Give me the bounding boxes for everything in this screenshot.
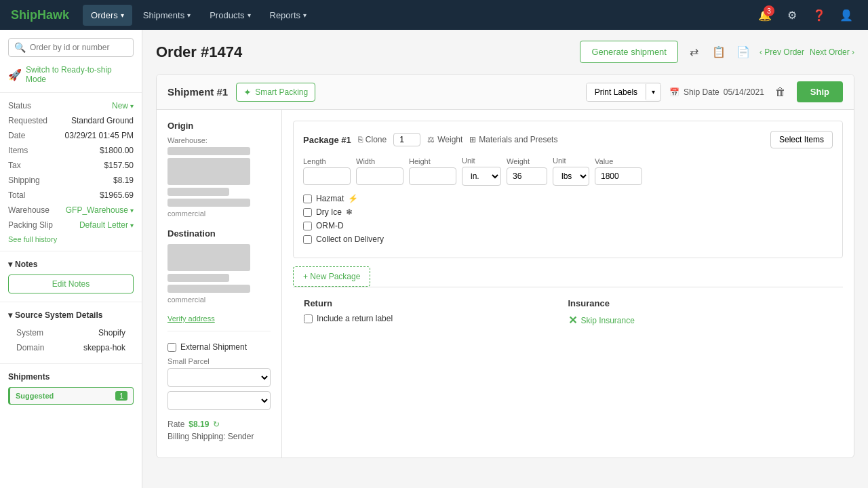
next-order-link[interactable]: Next Order ›: [810, 47, 854, 57]
smart-packing-label: Smart Packing: [255, 87, 308, 97]
insurance-section: Insurance ✕ Skip Insurance: [568, 298, 833, 327]
copy-icon-button[interactable]: 📋: [708, 41, 730, 63]
dry-ice-row: Dry Ice ❄: [303, 207, 833, 217]
items-label: Items: [8, 146, 28, 155]
print-labels-arrow-button[interactable]: ▾: [646, 84, 660, 100]
status-value[interactable]: New ▾: [112, 101, 134, 110]
settings-button[interactable]: ⚙: [781, 4, 803, 26]
user-button[interactable]: 👤: [835, 4, 857, 26]
unit-group: Unit in. cm.: [462, 157, 501, 186]
help-button[interactable]: ❓: [808, 4, 830, 26]
refresh-rate-button[interactable]: ↻: [213, 420, 220, 429]
clone-button[interactable]: ⎘ Clone: [358, 135, 387, 144]
collapse-notes-icon: ▾: [8, 260, 12, 269]
main-content: Order #1474 Generate shipment ⇄ 📋 📄 ‹ Pr…: [142, 30, 868, 488]
domain-row: Domain skeppa-hok: [8, 340, 134, 355]
ready-to-ship-banner[interactable]: 🚀 Switch to Ready-to-ship Mode: [8, 65, 134, 84]
smart-packing-button[interactable]: ✦ Smart Packing: [236, 83, 315, 102]
height-input[interactable]: [409, 167, 456, 185]
skip-insurance-label: Skip Insurance: [581, 316, 635, 325]
delete-shipment-button[interactable]: 🗑: [772, 83, 789, 101]
cod-checkbox[interactable]: [303, 235, 312, 244]
prev-order-link[interactable]: ‹ Prev Order: [760, 47, 804, 57]
width-input[interactable]: [356, 167, 403, 185]
packing-value[interactable]: Default Letter ▾: [79, 220, 134, 230]
notes-header[interactable]: ▾ Notes: [8, 260, 134, 269]
origin-address-line3: [167, 199, 250, 207]
notifications-button[interactable]: 🔔 3: [754, 4, 776, 26]
shipment-title: Shipment #1: [167, 86, 228, 98]
print-labels-button[interactable]: Print Labels: [587, 83, 646, 101]
packing-row: Packing Slip Default Letter ▾: [0, 218, 142, 232]
origin-address-line2: [167, 188, 229, 196]
new-package-button[interactable]: + New Package: [293, 266, 370, 287]
ready-to-ship-label: Switch to Ready-to-ship Mode: [26, 65, 134, 84]
height-group: Height: [409, 157, 456, 185]
rate-row: Rate $8.19 ↻: [167, 420, 271, 429]
value-input[interactable]: [595, 167, 642, 185]
see-full-history-link[interactable]: See full history: [8, 232, 57, 246]
app-layout: 🔍 🚀 Switch to Ready-to-ship Mode Status …: [0, 30, 868, 488]
package-quantity-input[interactable]: [393, 133, 420, 146]
materials-button[interactable]: ⊞ Materials and Presets: [469, 135, 557, 144]
orm-d-label: ORM-D: [316, 221, 344, 230]
nav-products[interactable]: Products ▾: [201, 5, 258, 26]
external-shipment-checkbox[interactable]: [167, 343, 176, 352]
document-icon-button[interactable]: 📄: [732, 41, 754, 63]
shipment-header: Shipment #1 ✦ Smart Packing Print Labels…: [157, 75, 854, 110]
small-parcel-select-1[interactable]: [167, 368, 271, 387]
system-row: System Shopify: [8, 325, 134, 340]
print-labels-group: Print Labels ▾: [586, 83, 661, 102]
system-label: System: [16, 328, 43, 338]
date-row: Date 03/29/21 01:45 PM: [0, 128, 142, 143]
origin-title: Origin: [167, 121, 271, 131]
warehouse-value-block: [167, 147, 250, 155]
weight-button[interactable]: ⚖ Weight: [427, 135, 462, 144]
source-section: ▾ Source System Details System Shopify D…: [0, 308, 142, 358]
nav-orders-chevron: ▾: [121, 12, 124, 19]
clone-icon: ⎘: [358, 135, 363, 144]
materials-icon: ⊞: [469, 135, 476, 144]
edit-notes-button[interactable]: Edit Notes: [8, 274, 134, 293]
nav-reports-chevron: ▾: [303, 12, 307, 19]
collapse-source-icon: ▾: [8, 310, 12, 320]
rate-label: Rate: [167, 420, 184, 429]
nav-shipments[interactable]: Shipments ▾: [135, 5, 199, 26]
small-parcel-select-2[interactable]: [167, 391, 271, 410]
return-label-checkbox[interactable]: [304, 314, 313, 323]
weight-input[interactable]: [507, 167, 547, 185]
weight-unit-group: Unit lbs kg oz: [553, 157, 589, 186]
billing-value: Shipping: Sender: [191, 432, 254, 441]
length-input[interactable]: [303, 167, 351, 185]
shipment-card: Shipment #1 ✦ Smart Packing Print Labels…: [156, 74, 854, 458]
transfer-icon-button[interactable]: ⇄: [684, 41, 705, 63]
notification-count: 3: [764, 5, 774, 16]
generate-shipment-button[interactable]: Generate shipment: [580, 41, 678, 63]
nav-orders[interactable]: Orders ▾: [83, 5, 132, 26]
warehouse-value[interactable]: GFP_Warehouse ▾: [66, 205, 134, 215]
tax-label: Tax: [8, 161, 21, 170]
search-input[interactable]: [30, 43, 127, 52]
source-header[interactable]: ▾ Source System Details: [8, 310, 134, 320]
date-label: Date: [8, 131, 25, 140]
dry-ice-checkbox[interactable]: [303, 208, 312, 217]
orm-d-checkbox[interactable]: [303, 222, 312, 230]
destination-type: commercial: [167, 296, 271, 304]
ship-button[interactable]: Ship: [797, 81, 843, 102]
weight-unit-select[interactable]: lbs kg oz: [553, 167, 589, 186]
system-value: Shopify: [98, 328, 125, 338]
packages-col: Package #1 ⎘ Clone ⚖ Weight ⊞: [282, 110, 854, 458]
nav-reports[interactable]: Reports ▾: [262, 5, 315, 26]
dest-address-line3: [167, 285, 250, 293]
unit-select[interactable]: in. cm.: [462, 167, 501, 186]
warehouse-label: Warehouse: [8, 205, 50, 215]
origin-section: Origin Warehouse: commercial: [167, 121, 271, 218]
ship-date-section: 📅 Ship Date 05/14/2021: [669, 87, 764, 97]
return-checkbox-row: Include a return label: [304, 314, 568, 323]
nav-icon-group: 🔔 3 ⚙ ❓ 👤: [754, 4, 857, 26]
hazmat-checkbox[interactable]: [303, 195, 312, 203]
select-items-button[interactable]: Select Items: [770, 131, 833, 148]
verify-address-link[interactable]: Verify address: [167, 314, 271, 323]
clone-label: Clone: [366, 135, 387, 144]
weight-unit-label: Unit: [553, 157, 589, 165]
